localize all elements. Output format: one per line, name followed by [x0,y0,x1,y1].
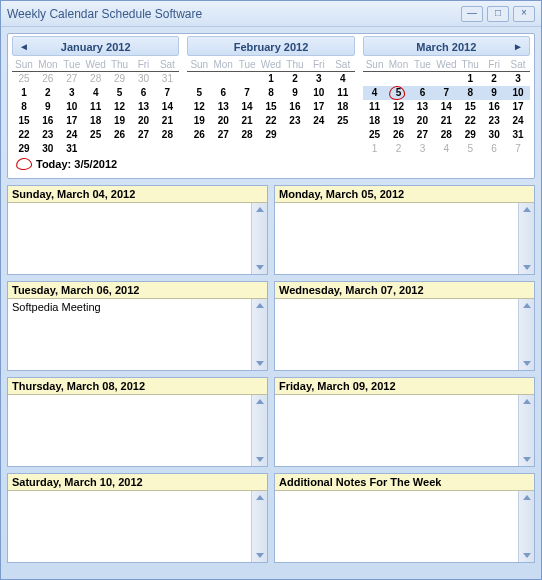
day-cell[interactable]: 20 [410,114,434,128]
day-cell[interactable]: 13 [211,100,235,114]
day-cell[interactable]: 23 [36,128,60,142]
day-cell[interactable]: 31 [155,72,179,86]
day-cell[interactable]: 2 [36,86,60,100]
scrollbar[interactable] [251,491,267,562]
day-cell[interactable]: 24 [506,114,530,128]
day-cell[interactable]: 11 [84,100,108,114]
next-month-button[interactable]: ► [509,37,527,57]
day-cell[interactable]: 28 [155,128,179,142]
day-textarea[interactable] [8,491,251,562]
day-cell[interactable]: 10 [506,86,530,100]
day-cell[interactable]: 16 [36,114,60,128]
day-cell[interactable]: 23 [482,114,506,128]
day-cell[interactable]: 28 [235,128,259,142]
day-cell[interactable]: 27 [60,72,84,86]
day-cell[interactable]: 3 [307,72,331,86]
day-cell[interactable]: 12 [387,100,411,114]
day-textarea[interactable] [8,203,251,274]
day-textarea[interactable] [275,491,518,562]
day-cell[interactable]: 2 [283,72,307,86]
day-cell[interactable]: 17 [307,100,331,114]
day-cell[interactable]: 25 [331,114,355,128]
day-cell[interactable]: 29 [108,72,132,86]
day-cell[interactable]: 18 [363,114,387,128]
day-cell[interactable]: 26 [108,128,132,142]
day-cell[interactable]: 27 [211,128,235,142]
day-cell[interactable]: 8 [259,86,283,100]
day-cell[interactable]: 24 [307,114,331,128]
prev-month-button[interactable]: ◄ [15,37,33,57]
day-cell[interactable]: 25 [363,128,387,142]
day-cell[interactable]: 29 [458,128,482,142]
day-cell[interactable]: 11 [363,100,387,114]
day-cell[interactable]: 1 [363,142,387,156]
day-cell[interactable]: 20 [132,114,156,128]
day-cell[interactable]: 8 [458,86,482,100]
day-cell[interactable]: 9 [36,100,60,114]
day-cell[interactable]: 19 [187,114,211,128]
day-cell[interactable]: 21 [235,114,259,128]
day-cell[interactable]: 10 [60,100,84,114]
day-cell[interactable]: 17 [60,114,84,128]
scrollbar[interactable] [251,203,267,274]
day-cell[interactable]: 28 [84,72,108,86]
day-cell[interactable]: 21 [434,114,458,128]
day-cell[interactable]: 22 [12,128,36,142]
day-cell[interactable]: 26 [187,128,211,142]
day-cell[interactable]: 1 [458,72,482,86]
close-button[interactable]: × [513,6,535,22]
day-cell[interactable]: 18 [331,100,355,114]
day-cell[interactable]: 2 [482,72,506,86]
scrollbar[interactable] [251,395,267,466]
day-cell[interactable]: 6 [482,142,506,156]
day-cell[interactable]: 1 [259,72,283,86]
scrollbar[interactable] [518,299,534,370]
maximize-button[interactable]: □ [487,6,509,22]
today-line[interactable]: Today: 3/5/2012 [12,156,179,174]
day-cell[interactable]: 26 [387,128,411,142]
day-cell[interactable]: 10 [307,86,331,100]
day-cell[interactable]: 3 [60,86,84,100]
day-cell[interactable]: 14 [235,100,259,114]
day-cell[interactable]: 3 [410,142,434,156]
minimize-button[interactable]: — [461,6,483,22]
day-cell[interactable]: 29 [12,142,36,156]
day-cell[interactable]: 27 [410,128,434,142]
day-cell[interactable]: 22 [259,114,283,128]
day-cell[interactable]: 21 [155,114,179,128]
day-cell[interactable]: 4 [363,86,387,100]
day-cell[interactable]: 7 [506,142,530,156]
day-cell[interactable]: 7 [434,86,458,100]
scrollbar[interactable] [518,491,534,562]
day-cell[interactable]: 15 [259,100,283,114]
scrollbar[interactable] [251,299,267,370]
day-cell[interactable]: 15 [458,100,482,114]
day-cell[interactable]: 25 [12,72,36,86]
day-cell[interactable]: 5 [387,86,411,100]
day-cell[interactable]: 7 [155,86,179,100]
day-cell[interactable]: 23 [283,114,307,128]
day-cell[interactable]: 24 [60,128,84,142]
day-cell[interactable]: 9 [482,86,506,100]
day-cell[interactable]: 13 [132,100,156,114]
day-textarea[interactable] [8,395,251,466]
day-cell[interactable]: 30 [482,128,506,142]
day-cell[interactable]: 5 [458,142,482,156]
day-cell[interactable]: 31 [506,128,530,142]
day-cell[interactable]: 17 [506,100,530,114]
day-cell[interactable]: 1 [12,86,36,100]
day-cell[interactable]: 16 [482,100,506,114]
day-cell[interactable]: 30 [132,72,156,86]
day-cell[interactable]: 8 [12,100,36,114]
scrollbar[interactable] [518,203,534,274]
day-cell[interactable]: 7 [235,86,259,100]
day-cell[interactable]: 14 [434,100,458,114]
day-cell[interactable]: 30 [36,142,60,156]
day-cell[interactable]: 6 [132,86,156,100]
day-textarea[interactable] [275,395,518,466]
day-cell[interactable]: 2 [387,142,411,156]
day-cell[interactable]: 14 [155,100,179,114]
scrollbar[interactable] [518,395,534,466]
day-cell[interactable]: 27 [132,128,156,142]
day-textarea[interactable] [275,299,518,370]
